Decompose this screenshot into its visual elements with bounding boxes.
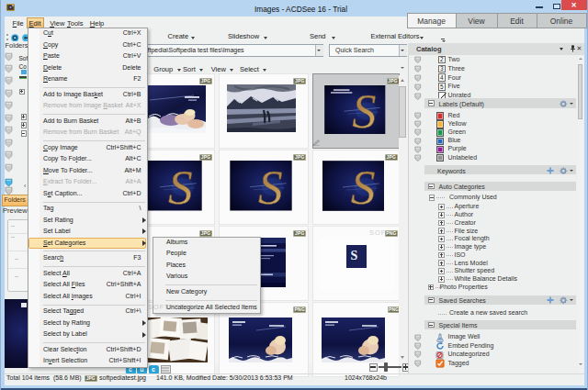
svg-text:S: S: [352, 85, 376, 135]
svg-text:S: S: [258, 161, 283, 211]
svg-text:S: S: [168, 161, 193, 211]
svg-text:S: S: [350, 161, 375, 211]
